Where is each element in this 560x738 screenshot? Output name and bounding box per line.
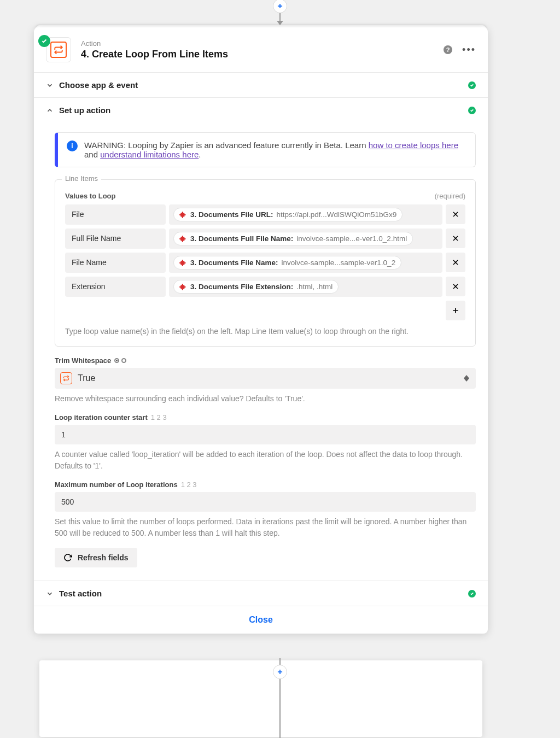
pill-label: 3. Documents File Extension: (190, 283, 293, 291)
select-value: True (78, 373, 95, 383)
setup-body: i WARNING: Looping by Zapier is an advan… (34, 122, 488, 581)
max-iterations-input[interactable]: 500 (55, 492, 476, 512)
required-label: (required) (435, 192, 465, 200)
banner-text: and (84, 150, 100, 159)
section-test-action[interactable]: Test action (34, 581, 488, 606)
mapped-value-pill[interactable]: 3. Documents File Name: invoivce-sample.… (173, 256, 401, 270)
field-label: Maximum number of Loop iterations (55, 481, 178, 489)
radio-icon (114, 358, 119, 363)
add-step-bottom-button[interactable] (273, 665, 287, 679)
pill-label: 3. Documents File Name: (190, 259, 278, 267)
puzzle-icon (179, 283, 187, 291)
refresh-label: Refresh fields (78, 553, 129, 562)
pill-value: .html, .html (296, 283, 332, 291)
field-hint: 1 2 3 (181, 481, 197, 489)
values-to-loop-label: Values to Loop (65, 192, 115, 200)
counter-start-input[interactable]: 1 (55, 425, 476, 444)
radio-icon (121, 358, 126, 363)
pill-value: invoivce-sample...e-ver1.0_2.html (296, 235, 407, 243)
section-label: Choose app & event (59, 80, 138, 90)
loop-value-input[interactable]: 3. Documents File Name: invoivce-sample.… (169, 253, 442, 273)
section-choose-app[interactable]: Choose app & event (34, 73, 488, 98)
counter-start-field: Loop iteration counter start 1 2 3 1 A c… (55, 413, 476, 472)
loop-key-input[interactable]: Extension (65, 277, 166, 297)
puzzle-icon (179, 259, 187, 267)
close-button[interactable]: Close (34, 606, 488, 634)
remove-row-button[interactable] (446, 204, 465, 224)
field-label: Loop iteration counter start (55, 413, 148, 421)
puzzle-icon (179, 235, 187, 243)
section-setup-action[interactable]: Set up action (34, 98, 488, 122)
mapped-value-pill[interactable]: 3. Documents File URL: https://api.pdf..… (173, 208, 402, 221)
pill-value: invoivce-sample...sample-ver1.0_2 (282, 259, 396, 267)
field-label: Trim Whitespace (55, 356, 111, 365)
add-row-button[interactable] (446, 301, 465, 320)
remove-row-button[interactable] (446, 277, 465, 296)
chevron-up-icon (46, 107, 55, 114)
info-banner: i WARNING: Looping by Zapier is an advan… (55, 132, 476, 167)
loop-row: Full File Name 3. Documents Full File Na… (65, 229, 465, 249)
header-kicker: Action (81, 39, 228, 48)
flow-line (279, 679, 281, 738)
loop-key-input[interactable]: Full File Name (65, 229, 166, 249)
max-iterations-field: Maximum number of Loop iterations 1 2 3 … (55, 481, 476, 539)
chevron-down-icon (46, 590, 55, 598)
banner-text: WARNING: Looping by Zapier is an advance… (84, 140, 369, 150)
loop-icon (54, 45, 63, 55)
remove-row-button[interactable] (446, 229, 465, 248)
loop-row: File 3. Documents File URL: https://api.… (65, 204, 465, 225)
counter-helper: A counter value called 'loop_iteration' … (55, 449, 476, 472)
refresh-icon (63, 553, 72, 562)
add-step-top-button[interactable] (273, 0, 287, 13)
line-items-fieldset: Line Items Values to Loop (required) Fil… (55, 179, 476, 347)
section-label: Set up action (59, 106, 110, 115)
select-chevrons-icon (464, 375, 469, 382)
pill-value: https://api.pdf...WdlSWQiOm51bGx9 (277, 210, 397, 219)
remove-row-button[interactable] (446, 253, 465, 272)
refresh-fields-button[interactable]: Refresh fields (55, 548, 137, 567)
banner-text: . (199, 150, 201, 159)
status-ok-icon (468, 590, 476, 598)
status-ok-icon (468, 107, 476, 114)
field-hint: 1 2 3 (151, 413, 167, 421)
more-menu-icon[interactable]: ••• (462, 45, 476, 55)
loop-value-input[interactable]: 3. Documents Full File Name: invoivce-sa… (169, 229, 442, 249)
link-understand-limitations[interactable]: understand limitations here (100, 150, 199, 159)
status-ok-icon (468, 81, 476, 89)
loop-value-input[interactable]: 3. Documents File URL: https://api.pdf..… (169, 204, 442, 225)
mapped-value-pill[interactable]: 3. Documents File Extension: .html, .htm… (173, 280, 339, 294)
page-title: 4. Create Loop From Line Items (81, 49, 228, 60)
fieldset-legend: Line Items (62, 174, 101, 183)
check-badge-icon (38, 35, 50, 47)
pill-label: 3. Documents Full File Name: (190, 235, 293, 243)
section-label: Test action (59, 589, 102, 598)
help-icon[interactable]: ? (444, 45, 452, 54)
trim-whitespace-field: Trim Whitespace True Remove whitespace s… (55, 356, 476, 405)
pill-label: 3. Documents File URL: (190, 210, 273, 219)
action-card: Action 4. Create Loop From Line Items ? … (34, 27, 488, 634)
loop-icon (60, 372, 72, 384)
max-helper: Set this value to limit the number of lo… (55, 516, 476, 539)
loop-key-input[interactable]: File (65, 204, 166, 225)
link-how-to-create-loops[interactable]: how to create loops here (369, 140, 458, 150)
card-header: Action 4. Create Loop From Line Items ? … (34, 27, 488, 73)
chevron-down-icon (46, 81, 55, 89)
loop-key-input[interactable]: File Name (65, 253, 166, 273)
mapped-value-pill[interactable]: 3. Documents Full File Name: invoivce-sa… (173, 232, 413, 245)
info-icon: i (67, 140, 78, 151)
puzzle-icon (179, 211, 187, 219)
next-card-peek (39, 660, 482, 737)
loop-row: Extension 3. Documents File Extension: .… (65, 277, 465, 297)
loop-row: File Name 3. Documents File Name: invoiv… (65, 253, 465, 273)
arrow-down-icon (277, 21, 283, 25)
trim-helper: Remove whitespace surrounding each indiv… (55, 393, 476, 405)
loop-value-input[interactable]: 3. Documents File Extension: .html, .htm… (169, 277, 442, 297)
trim-whitespace-select[interactable]: True (55, 368, 476, 389)
line-items-helper: Type loop value name(s) in the field(s) … (65, 326, 465, 337)
